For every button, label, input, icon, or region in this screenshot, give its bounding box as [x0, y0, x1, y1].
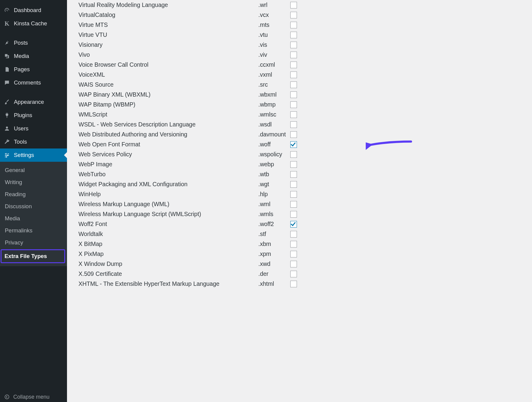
submenu-discussion[interactable]: Discussion: [0, 200, 67, 212]
file-type-checkbox[interactable]: [290, 62, 297, 68]
user-icon: [4, 125, 10, 132]
file-type-ext: .wsdl: [258, 120, 288, 129]
file-type-name: WAP Bitamp (WBMP): [78, 100, 256, 110]
comment-icon: [4, 79, 10, 86]
file-type-checkbox[interactable]: [290, 251, 297, 257]
file-type-checkbox[interactable]: [290, 261, 297, 267]
file-type-checkbox[interactable]: [290, 211, 297, 218]
file-type-ext: .stf: [258, 229, 288, 239]
file-type-checkbox-cell: [290, 169, 299, 179]
menu-appearance[interactable]: Appearance: [0, 95, 67, 109]
file-type-checkbox[interactable]: [290, 131, 297, 138]
file-type-name: Virtue VTU: [78, 30, 256, 40]
file-type-ext: .src: [258, 80, 288, 90]
menu-label: Tools: [14, 139, 27, 145]
submenu-privacy[interactable]: Privacy: [0, 237, 67, 249]
submenu-media[interactable]: Media: [0, 212, 67, 225]
file-type-checkbox-cell: [290, 0, 299, 10]
file-type-checkbox[interactable]: [290, 72, 297, 78]
submenu-extra-file-types[interactable]: Extra File Types: [1, 249, 65, 263]
file-type-checkbox[interactable]: [290, 12, 297, 18]
pin-icon: [4, 40, 10, 46]
file-type-checkbox[interactable]: [290, 22, 297, 28]
file-type-name: Voice Browser Call Control: [78, 60, 256, 70]
menu-media[interactable]: Media: [0, 49, 67, 63]
menu-plugins[interactable]: Plugins: [0, 109, 67, 122]
menu-label: Settings: [14, 152, 34, 158]
file-type-name: Wireless Markup Language (WML): [78, 199, 256, 209]
file-type-checkbox[interactable]: [290, 151, 297, 158]
file-type-checkbox[interactable]: [290, 52, 297, 58]
menu-kinsta-cache[interactable]: K Kinsta Cache: [0, 17, 67, 30]
file-type-name: WebP Image: [78, 159, 256, 169]
menu-pages[interactable]: Pages: [0, 63, 67, 76]
file-type-name: Vivo: [78, 50, 256, 60]
menu-label: Dashboard: [14, 7, 41, 14]
file-type-checkbox[interactable]: [290, 201, 297, 208]
admin-sidebar: Dashboard K Kinsta Cache Posts Media Pag…: [0, 0, 67, 402]
file-type-checkbox[interactable]: [290, 32, 297, 38]
file-type-checkbox[interactable]: [290, 271, 297, 277]
menu-comments[interactable]: Comments: [0, 76, 67, 89]
menu-tools[interactable]: Tools: [0, 135, 67, 148]
file-type-checkbox[interactable]: [290, 111, 297, 118]
submenu-writing[interactable]: Writing: [0, 176, 67, 188]
file-type-name: Wireless Markup Language Script (WMLScri…: [78, 209, 256, 219]
file-type-checkbox[interactable]: [290, 161, 297, 168]
submenu-permalinks[interactable]: Permalinks: [0, 225, 67, 237]
main-content: Virtual Reality Modeling Language.wrlVir…: [67, 0, 532, 402]
menu-label: Comments: [14, 79, 41, 86]
menu-label: Media: [14, 53, 29, 59]
file-type-checkbox[interactable]: [290, 42, 297, 48]
file-type-checkbox[interactable]: [290, 121, 297, 128]
file-type-ext: .viv: [258, 50, 288, 60]
menu-posts[interactable]: Posts: [0, 36, 67, 49]
file-type-checkbox[interactable]: [290, 281, 297, 287]
sliders-icon: [4, 152, 10, 158]
file-type-checkbox[interactable]: [290, 81, 297, 88]
collapse-menu[interactable]: Collapse menu: [0, 390, 67, 402]
file-type-checkbox-cell: [290, 269, 299, 279]
file-type-checkbox-cell: [290, 199, 299, 209]
menu-users[interactable]: Users: [0, 122, 67, 135]
submenu-general[interactable]: General: [0, 164, 67, 176]
file-type-name: Virtue MTS: [78, 20, 256, 30]
file-type-checkbox[interactable]: [290, 2, 297, 8]
file-type-checkbox-cell: [290, 40, 299, 50]
plug-icon: [4, 112, 10, 119]
page-icon: [4, 66, 10, 73]
file-type-checkbox[interactable]: [290, 241, 297, 247]
file-type-name: Web Services Policy: [78, 149, 256, 159]
menu-label: Users: [14, 125, 28, 132]
file-type-name: WAP Binary XML (WBXML): [78, 90, 256, 100]
file-type-name: WinHelp: [78, 189, 256, 199]
file-type-name: Visionary: [78, 40, 256, 50]
menu-dashboard[interactable]: Dashboard: [0, 4, 67, 17]
file-type-ext: .xwd: [258, 259, 288, 269]
file-type-checkbox[interactable]: [290, 91, 297, 98]
file-type-checkbox-cell: [290, 90, 299, 100]
file-type-checkbox-cell: [290, 50, 299, 60]
file-type-checkbox[interactable]: [290, 181, 297, 188]
file-type-checkbox[interactable]: [290, 171, 297, 178]
file-type-checkbox[interactable]: [290, 101, 297, 108]
file-type-checkbox[interactable]: [290, 191, 297, 198]
file-type-name: WAIS Source: [78, 80, 256, 90]
file-type-checkbox-cell: [290, 249, 299, 259]
file-types-table: Virtual Reality Modeling Language.wrlVir…: [78, 0, 532, 289]
file-type-name: WSDL - Web Services Description Language: [78, 120, 256, 129]
file-type-name: X Window Dump: [78, 259, 256, 269]
collapse-label: Collapse menu: [13, 394, 49, 400]
file-type-checkbox[interactable]: [290, 231, 297, 238]
file-type-checkbox[interactable]: [290, 221, 297, 228]
file-type-ext: .xbm: [258, 239, 288, 249]
file-type-ext: .der: [258, 269, 288, 279]
media-icon: [4, 53, 10, 59]
file-type-checkbox-cell: [290, 219, 299, 229]
file-type-checkbox[interactable]: [290, 141, 297, 148]
collapse-icon: [4, 394, 10, 400]
file-type-ext: .wtb: [258, 169, 288, 179]
file-type-ext: .wbxml: [258, 90, 288, 100]
menu-settings[interactable]: Settings: [0, 148, 67, 162]
submenu-reading[interactable]: Reading: [0, 188, 67, 200]
